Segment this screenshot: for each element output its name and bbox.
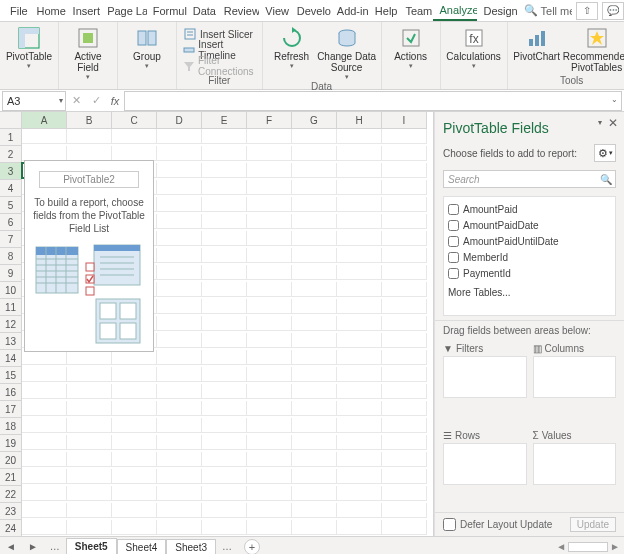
cell[interactable] [22,146,67,161]
cell[interactable] [382,197,427,212]
row-header[interactable]: 2 [0,146,22,163]
cell[interactable] [157,350,202,365]
cell[interactable] [202,180,247,195]
cell[interactable] [247,503,292,518]
cell[interactable] [292,520,337,535]
cell[interactable] [247,350,292,365]
column-header[interactable]: G [292,112,337,129]
field-item[interactable]: AmountPaid [448,201,611,217]
cell[interactable] [292,282,337,297]
cell[interactable] [67,435,112,450]
field-checkbox[interactable] [448,236,459,247]
tab-file[interactable]: File [4,2,31,20]
tab-home[interactable]: Home [31,2,67,20]
sheet-nav-more[interactable]: … [44,541,66,552]
cell[interactable] [382,384,427,399]
cell[interactable] [247,180,292,195]
tab-view[interactable]: View [259,2,290,20]
cell[interactable] [247,146,292,161]
cell[interactable] [337,248,382,263]
cell[interactable] [247,299,292,314]
cell[interactable] [202,418,247,433]
field-item[interactable]: PaymentId [448,265,611,281]
cell[interactable] [157,367,202,382]
tab-review[interactable]: Review [218,2,260,20]
cell[interactable] [337,197,382,212]
column-header[interactable]: H [337,112,382,129]
cell[interactable] [382,520,427,535]
share-button[interactable]: ⇧ [576,2,598,20]
cell[interactable] [67,401,112,416]
cell[interactable] [292,367,337,382]
cell[interactable] [157,129,202,144]
cell[interactable] [292,333,337,348]
cell[interactable] [382,333,427,348]
column-header[interactable]: F [247,112,292,129]
cell[interactable] [157,316,202,331]
cell[interactable] [202,435,247,450]
cell[interactable] [22,452,67,467]
field-item[interactable]: AmountPaidDate [448,217,611,233]
cell[interactable] [292,435,337,450]
defer-checkbox[interactable] [443,518,456,531]
tab-data[interactable]: Data [187,2,218,20]
cell[interactable] [382,299,427,314]
cell[interactable] [292,163,337,178]
cell[interactable] [202,333,247,348]
row-header[interactable]: 12 [0,316,22,333]
name-box[interactable]: A3▾ [2,91,66,111]
cell[interactable] [337,333,382,348]
row-header[interactable]: 1 [0,129,22,146]
formula-input[interactable]: ⌄ [124,91,622,111]
tab-team[interactable]: Team [399,2,433,20]
actions-button[interactable]: Actions▾ [386,24,436,70]
cell[interactable] [157,197,202,212]
row-header[interactable]: 23 [0,503,22,520]
cell[interactable] [157,452,202,467]
sheet-tab[interactable]: Sheet4 [117,539,167,554]
row-header[interactable]: 4 [0,180,22,197]
cell[interactable] [22,367,67,382]
values-area[interactable]: ΣValues [533,427,617,508]
tab-help[interactable]: Help [369,2,400,20]
field-checkbox[interactable] [448,268,459,279]
column-header[interactable]: B [67,112,112,129]
scroll-right-icon[interactable]: ► [610,541,620,552]
row-header[interactable]: 13 [0,333,22,350]
cell[interactable] [337,384,382,399]
cell[interactable] [157,248,202,263]
cell[interactable] [157,486,202,501]
update-button[interactable]: Update [570,517,616,532]
cell[interactable] [382,146,427,161]
hscroll-track[interactable] [568,542,608,552]
pane-menu-icon[interactable]: ▾ [598,118,602,127]
cell[interactable] [382,265,427,280]
cell[interactable] [292,469,337,484]
cell[interactable] [337,452,382,467]
cell[interactable] [67,129,112,144]
cell[interactable] [67,486,112,501]
close-icon[interactable]: ✕ [608,116,618,130]
cell[interactable] [382,163,427,178]
cell[interactable] [292,384,337,399]
cell[interactable] [247,486,292,501]
sheet-nav-next[interactable]: ► [22,541,44,552]
cell[interactable] [112,350,157,365]
filters-area[interactable]: ▼Filters [443,340,527,421]
cell[interactable] [112,367,157,382]
cell[interactable] [247,214,292,229]
cell[interactable] [202,299,247,314]
cell[interactable] [22,350,67,365]
column-header[interactable]: I [382,112,427,129]
column-header[interactable]: D [157,112,202,129]
cell[interactable] [337,316,382,331]
cell[interactable] [202,129,247,144]
cell[interactable] [382,452,427,467]
cell[interactable] [337,520,382,535]
cell[interactable] [247,129,292,144]
sheet-nav-more2[interactable]: … [216,541,238,552]
cell[interactable] [292,197,337,212]
cell[interactable] [22,469,67,484]
cell[interactable] [337,265,382,280]
cell[interactable] [337,350,382,365]
